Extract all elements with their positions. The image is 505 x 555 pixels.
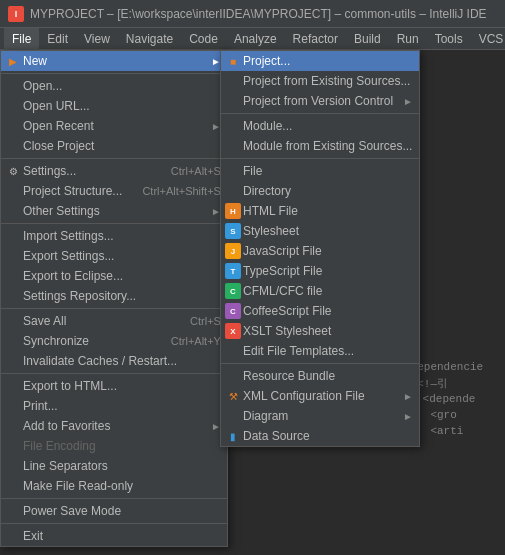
menu-item-settings[interactable]: ⚙ Settings... Ctrl+Alt+S [1,161,227,181]
arrow-icon: ► [403,411,413,422]
menu-build[interactable]: Build [346,28,389,50]
menu-item-open-recent[interactable]: Open Recent ► [1,116,227,136]
menu-code[interactable]: Code [181,28,226,50]
separator-s3 [221,363,419,364]
separator-s2 [221,158,419,159]
submenu-item-data-source[interactable]: ▮ Data Source [221,426,419,446]
menu-item-synchronize[interactable]: Synchronize Ctrl+Alt+Y [1,331,227,351]
menu-view[interactable]: View [76,28,118,50]
shortcut-save-all: Ctrl+S [170,315,221,327]
menu-edit[interactable]: Edit [39,28,76,50]
submenu-item-module-existing[interactable]: Module from Existing Sources... [221,136,419,156]
submenu-item-xml-config[interactable]: ⚒ XML Configuration File ► [221,386,419,406]
submenu-item-module[interactable]: Module... [221,116,419,136]
menu-run[interactable]: Run [389,28,427,50]
menu-refactor[interactable]: Refactor [285,28,346,50]
menu-item-export-settings[interactable]: Export Settings... [1,246,227,266]
menu-navigate[interactable]: Navigate [118,28,181,50]
submenu-item-resource-bundle[interactable]: Resource Bundle [221,366,419,386]
shortcut-synchronize: Ctrl+Alt+Y [151,335,221,347]
separator-3 [1,223,227,224]
submenu-item-directory[interactable]: Directory [221,181,419,201]
submenu-item-stylesheet[interactable]: S Stylesheet [221,221,419,241]
settings-icon: ⚙ [5,163,21,179]
submenu-item-file[interactable]: File [221,161,419,181]
separator-6 [1,498,227,499]
submenu-item-xslt[interactable]: X XSLT Stylesheet [221,321,419,341]
project-icon: ■ [225,53,241,69]
separator-1 [1,73,227,74]
menu-item-invalidate-caches[interactable]: Invalidate Caches / Restart... [1,351,227,371]
file-menu-dropdown: ▶ New ► Open... Open URL... Open Recent … [0,50,228,547]
submenu-item-html[interactable]: H HTML File [221,201,419,221]
title-bar-text: MYPROJECT – [E:\workspace\interIIDEA\MYP… [30,7,487,21]
menu-item-add-favorites[interactable]: Add to Favorites ► [1,416,227,436]
dropdown-container: ▶ New ► Open... Open URL... Open Recent … [0,50,228,547]
submenu-item-typescript[interactable]: T TypeScript File [221,261,419,281]
submenu-item-project-vcs[interactable]: Project from Version Control ► [221,91,419,111]
menu-item-open-url[interactable]: Open URL... [1,96,227,116]
js-icon: J [225,243,241,259]
menu-item-save-all[interactable]: Save All Ctrl+S [1,311,227,331]
menu-item-file-encoding: File Encoding [1,436,227,456]
menu-item-exit[interactable]: Exit [1,526,227,546]
new-icon: ▶ [5,53,21,69]
menu-item-power-save[interactable]: Power Save Mode [1,501,227,521]
separator-s1 [221,113,419,114]
ts-icon: T [225,263,241,279]
arrow-icon: ► [403,96,413,107]
menu-vcs[interactable]: VCS [471,28,505,50]
coffee-icon: C [225,303,241,319]
menu-item-import-settings[interactable]: Import Settings... [1,226,227,246]
menu-item-open[interactable]: Open... [1,76,227,96]
separator-4 [1,308,227,309]
menu-item-close-project[interactable]: Close Project [1,136,227,156]
menu-item-export-html[interactable]: Export to HTML... [1,376,227,396]
menu-analyze[interactable]: Analyze [226,28,285,50]
menu-item-settings-repo[interactable]: Settings Repository... [1,286,227,306]
separator-5 [1,373,227,374]
html-icon: H [225,203,241,219]
cf-icon: C [225,283,241,299]
shortcut-project-structure: Ctrl+Alt+Shift+S [122,185,221,197]
menu-item-new[interactable]: ▶ New ► [1,51,227,71]
app-icon: I [8,6,24,22]
xml-icon: ⚒ [225,388,241,404]
menu-item-make-read-only[interactable]: Make File Read-only [1,476,227,496]
shortcut-settings: Ctrl+Alt+S [151,165,221,177]
menu-item-export-eclipse[interactable]: Export to Eclipse... [1,266,227,286]
new-submenu: ■ Project... Project from Existing Sourc… [220,50,420,447]
db-icon: ▮ [225,428,241,444]
xslt-icon: X [225,323,241,339]
separator-2 [1,158,227,159]
submenu-item-cfml[interactable]: C CFML/CFC file [221,281,419,301]
title-bar: I MYPROJECT – [E:\workspace\interIIDEA\M… [0,0,505,28]
submenu-item-project[interactable]: ■ Project... [221,51,419,71]
menu-item-line-separators[interactable]: Line Separators [1,456,227,476]
submenu-item-coffeescript[interactable]: C CoffeeScript File [221,301,419,321]
submenu-item-edit-templates[interactable]: Edit File Templates... [221,341,419,361]
menu-file[interactable]: File [4,28,39,50]
menu-tools[interactable]: Tools [427,28,471,50]
arrow-icon: ► [403,391,413,402]
menu-item-project-structure[interactable]: Project Structure... Ctrl+Alt+Shift+S [1,181,227,201]
separator-7 [1,523,227,524]
submenu-item-javascript[interactable]: J JavaScript File [221,241,419,261]
menu-bar: File Edit View Navigate Code Analyze Ref… [0,28,505,50]
menu-item-other-settings[interactable]: Other Settings ► [1,201,227,221]
menu-item-print[interactable]: Print... [1,396,227,416]
css-icon: S [225,223,241,239]
submenu-item-diagram[interactable]: Diagram ► [221,406,419,426]
submenu-item-project-existing[interactable]: Project from Existing Sources... [221,71,419,91]
